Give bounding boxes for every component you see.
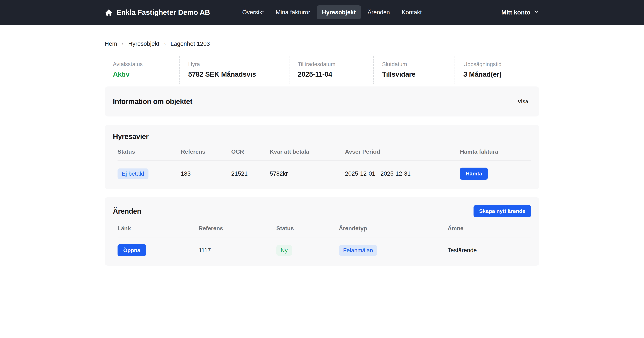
show-object-info-button[interactable]: Visa — [518, 99, 528, 105]
main-content: Hem › Hyresobjekt › Lägenhet 1203 Avtals… — [105, 25, 539, 266]
col-header-ocr: OCR — [231, 149, 270, 155]
brand[interactable]: Enkla Fastigheter Demo AB — [105, 8, 210, 16]
brand-title: Enkla Fastigheter Demo AB — [116, 8, 210, 16]
col-header-hamta-faktura: Hämta faktura — [460, 149, 531, 155]
top-navbar: Enkla Fastigheter Demo AB Översikt Mina … — [0, 0, 644, 25]
stat-slutdatum: Slutdatum Tillsvidare — [373, 56, 454, 84]
tickets-card: Ärenden Skapa nytt ärende Länk Referens … — [105, 197, 539, 266]
account-menu-button[interactable]: Mitt konto — [502, 8, 539, 16]
ticket-status-badge: Ny — [276, 245, 292, 256]
breadcrumb-separator-icon: › — [164, 41, 166, 47]
ticket-type-badge: Felanmälan — [339, 245, 377, 256]
invoice-period: 2025-12-01 - 2025-12-31 — [345, 170, 460, 177]
nav-item-oversikt[interactable]: Översikt — [237, 5, 269, 19]
invoices-title: Hyresavier — [113, 133, 531, 141]
stat-label: Slutdatum — [382, 61, 451, 68]
open-ticket-button[interactable]: Öppna — [118, 244, 146, 256]
col-header-referens: Referens — [181, 149, 231, 155]
col-header-status: Status — [118, 149, 181, 155]
tickets-card-header: Ärenden Skapa nytt ärende — [113, 205, 531, 217]
breadcrumb-home[interactable]: Hem — [105, 40, 117, 47]
invoices-table-header: Status Referens OCR Kvar att betala Avse… — [118, 149, 531, 161]
stat-label: Uppsägningstid — [463, 61, 536, 68]
invoices-table: Status Referens OCR Kvar att betala Avse… — [113, 149, 531, 180]
home-icon — [105, 8, 113, 16]
stat-avtalsstatus: Avtalsstatus Aktiv — [105, 56, 180, 84]
col-header-status: Status — [276, 225, 339, 232]
stat-label: Avtalsstatus — [113, 61, 176, 68]
col-header-arendetyp: Ärendetyp — [339, 225, 448, 232]
nav-item-arenden[interactable]: Ärenden — [362, 5, 395, 19]
nav-item-kontakt[interactable]: Kontakt — [396, 5, 427, 19]
invoices-card: Hyresavier Status Referens OCR Kvar att … — [105, 125, 539, 189]
stat-value: 2025-11-04 — [298, 70, 370, 78]
chevron-down-icon — [533, 8, 539, 16]
stat-uppsagningstid: Uppsägningstid 3 Månad(er) — [454, 56, 539, 84]
create-ticket-button[interactable]: Skapa nytt ärende — [474, 205, 531, 217]
stat-value: Aktiv — [113, 70, 176, 78]
invoice-table-row: Ej betald 183 21521 5782kr 2025-12-01 - … — [118, 161, 531, 180]
breadcrumb-hyresobjekt[interactable]: Hyresobjekt — [128, 40, 160, 47]
ticket-referens: 1117 — [198, 247, 276, 254]
col-header-referens: Referens — [198, 225, 276, 232]
object-info-card: Information om objektet Visa — [105, 86, 539, 117]
col-header-kvar-att-betala: Kvar att betala — [270, 149, 345, 155]
nav-item-hyresobjekt[interactable]: Hyresobjekt — [317, 5, 361, 19]
invoice-amount-due: 5782kr — [270, 170, 345, 177]
tickets-table-header: Länk Referens Status Ärendetyp Ämne — [118, 225, 531, 237]
invoice-ocr: 21521 — [231, 170, 270, 177]
nav-item-mina-fakturor[interactable]: Mina fakturor — [270, 5, 316, 19]
stat-value: Tillsvidare — [382, 70, 451, 78]
stat-value: 5782 SEK Månadsvis — [188, 70, 285, 78]
stat-label: Hyra — [188, 61, 285, 68]
breadcrumb-separator-icon: › — [122, 41, 124, 47]
breadcrumb-current-page: Lägenhet 1203 — [170, 40, 210, 47]
object-info-title: Information om objektet — [113, 98, 192, 106]
nav-links: Översikt Mina fakturor Hyresobjekt Ärend… — [237, 5, 427, 19]
stat-tilltradesdatum: Tillträdesdatum 2025-11-04 — [289, 56, 373, 84]
account-menu-label: Mitt konto — [502, 9, 530, 16]
tickets-title: Ärenden — [113, 207, 141, 215]
stat-value: 3 Månad(er) — [463, 70, 536, 78]
col-header-amne: Ämne — [448, 225, 531, 232]
contract-stats-strip: Avtalsstatus Aktiv Hyra 5782 SEK Månadsv… — [105, 56, 539, 84]
ticket-subject: Testärende — [448, 247, 531, 254]
stat-hyra: Hyra 5782 SEK Månadsvis — [180, 56, 289, 84]
col-header-avser-period: Avser Period — [345, 149, 460, 155]
tickets-table: Länk Referens Status Ärendetyp Ämne Öppn… — [113, 225, 531, 256]
stat-label: Tillträdesdatum — [298, 61, 370, 68]
col-header-lank: Länk — [118, 225, 198, 232]
invoice-status-badge: Ej betald — [118, 169, 148, 179]
ticket-table-row: Öppna 1117 Ny Felanmälan Testärende — [118, 237, 531, 256]
invoice-referens: 183 — [181, 170, 231, 177]
download-invoice-button[interactable]: Hämta — [460, 168, 488, 180]
breadcrumb: Hem › Hyresobjekt › Lägenhet 1203 — [105, 40, 539, 47]
